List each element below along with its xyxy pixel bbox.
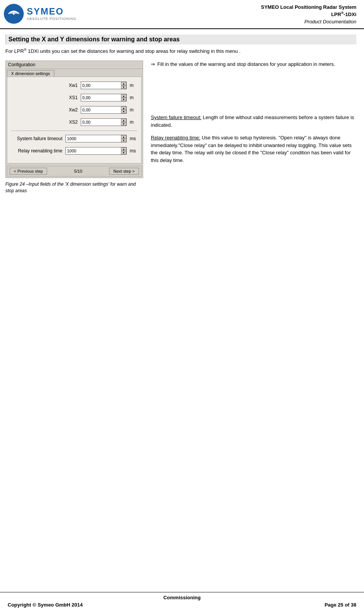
svg-point-1 [13,13,15,15]
page-footer: Commissioning Copyright © Symeo GmbH 201… [0,592,364,610]
xw1-input-wrapper: ▲ ▼ m [81,82,137,89]
xw2-label: Xw2 [59,107,78,113]
right-column: ⇒ Fill in the values of the warning and … [151,61,356,170]
footer-copyright: Copyright © Symeo GmbH 2014 [8,602,83,608]
relay-reenabling-spin-up[interactable]: ▲ [121,147,126,151]
xw2-spin-down[interactable]: ▼ [121,110,126,113]
tab-bar: X dimension settings [6,69,143,77]
xs2-row: XS2 ▲ ▼ m [11,118,137,126]
system-failure-spin-down[interactable]: ▼ [121,139,126,142]
panel-divider [11,131,137,131]
relay-reenabling-spin-down[interactable]: ▼ [121,151,126,154]
relay-reenabling-container: ▲ ▼ [65,147,127,155]
system-failure-wrapper: ▲ ▼ ms [65,135,137,142]
xw1-spin-down[interactable]: ▼ [121,85,126,89]
product-title-line2: LPR®-1DXi [261,11,356,18]
product-title-line1: SYMEO Local Positioning Radar System [261,4,356,11]
xw1-unit: m [130,83,137,88]
xs1-row: XS1 ▲ ▼ m [11,94,137,101]
bullet-point-1: ⇒ Fill in the values of the warning and … [151,61,356,68]
notes-area: System failure timeout: Length of time w… [151,114,356,164]
system-failure-spin-up[interactable]: ▲ [121,135,126,139]
xs1-unit: m [130,95,137,100]
bullet1-text: Fill in the values of the warning and st… [157,61,335,68]
xw2-input-wrapper: ▲ ▼ m [81,106,137,114]
xw2-input[interactable] [81,106,127,114]
xw1-row: Xw1 ▲ ▼ m [11,82,137,89]
xs1-label: XS1 [59,95,78,100]
nav-bar: < Previous step 5/10 Next step > [7,166,142,177]
xs2-unit: m [130,119,137,125]
xs2-spin-down[interactable]: ▼ [121,122,126,126]
section-title: Setting the X and Y dimensions for warni… [5,34,356,44]
xw1-input[interactable] [81,82,127,89]
left-column: Configuration X dimension settings Xw1 ▲… [5,61,143,194]
xs2-input-wrapper: ▲ ▼ m [81,118,137,126]
relay-reenabling-wrapper: ▲ ▼ ms [65,147,137,155]
relay-reenabling-note-label: Relay reenabling time: [151,135,200,141]
company-tagline: ABSOLUTE POSITIONING [27,17,77,21]
config-body: Xw1 ▲ ▼ m XS1 [7,77,142,164]
system-failure-unit: ms [130,136,137,141]
next-step-button[interactable]: Next step > [109,168,139,175]
logo-text: SYMEO ABSOLUTE POSITIONING [27,7,77,21]
system-failure-note: System failure timeout: Length of time w… [151,114,356,129]
xw2-container: ▲ ▼ [81,106,127,114]
footer-bottom: Copyright © Symeo GmbH 2014 Page 25 of 3… [8,602,356,608]
relay-reenabling-label: Relay reenabling time [11,148,62,154]
tab-x-dimension[interactable]: X dimension settings [7,70,54,77]
xs1-spin-down[interactable]: ▼ [121,98,126,101]
system-failure-container: ▲ ▼ [65,135,127,142]
page-indicator: 5/10 [74,169,82,173]
xs1-input-wrapper: ▲ ▼ m [81,94,137,101]
relay-reenabling-unit: ms [130,148,137,154]
system-failure-input[interactable] [65,135,127,142]
main-content: Setting the X and Y dimensions for warni… [0,29,364,201]
xw2-row: Xw2 ▲ ▼ m [11,106,137,114]
logo-area: SYMEO ABSOLUTE POSITIONING [4,4,77,24]
header-right: SYMEO Local Positioning Radar System LPR… [261,4,356,25]
two-column-layout: Configuration X dimension settings Xw1 ▲… [5,61,356,194]
company-name: SYMEO [27,7,77,16]
product-title-line3: Product Documentation [261,18,356,25]
xs1-input[interactable] [81,94,127,101]
relay-reenabling-row: Relay reenabling time ▲ ▼ ms [11,147,137,155]
system-failure-label: System failure timeout [11,136,62,141]
xs2-container: ▲ ▼ [81,118,127,126]
xs2-label: XS2 [59,119,78,125]
prev-step-button[interactable]: < Previous step [10,168,47,175]
config-panel: Configuration X dimension settings Xw1 ▲… [5,61,143,178]
xw2-unit: m [130,107,137,113]
figure-caption: Figure 24 –Input fields of the 'X dimens… [5,181,143,194]
panel-title: Configuration [6,61,143,69]
system-failure-row: System failure timeout ▲ ▼ ms [11,135,137,142]
xs1-spin-up[interactable]: ▲ [121,94,126,98]
footer-section: Commissioning [163,595,201,600]
xs2-spin-up[interactable]: ▲ [121,119,126,122]
xw1-label: Xw1 [59,83,78,88]
xw2-spin-up[interactable]: ▲ [121,106,126,110]
relay-reenabling-note: Relay reenabling time: Use this value to… [151,134,356,164]
xs1-container: ▲ ▼ [81,94,127,101]
intro-text: For LPR® 1DXi units you can set the dist… [5,47,356,55]
footer-page: Page 25 of 38 [325,602,356,608]
arrow-icon: ⇒ [151,61,155,68]
page-header: SYMEO ABSOLUTE POSITIONING SYMEO Local P… [0,0,364,29]
xw1-spin-up[interactable]: ▲ [121,82,126,85]
xs2-input[interactable] [81,118,127,126]
xw1-container: ▲ ▼ [81,82,127,89]
system-failure-note-label: System failure timeout: [151,114,201,120]
relay-reenabling-input[interactable] [65,147,127,155]
logo-icon [4,4,24,24]
